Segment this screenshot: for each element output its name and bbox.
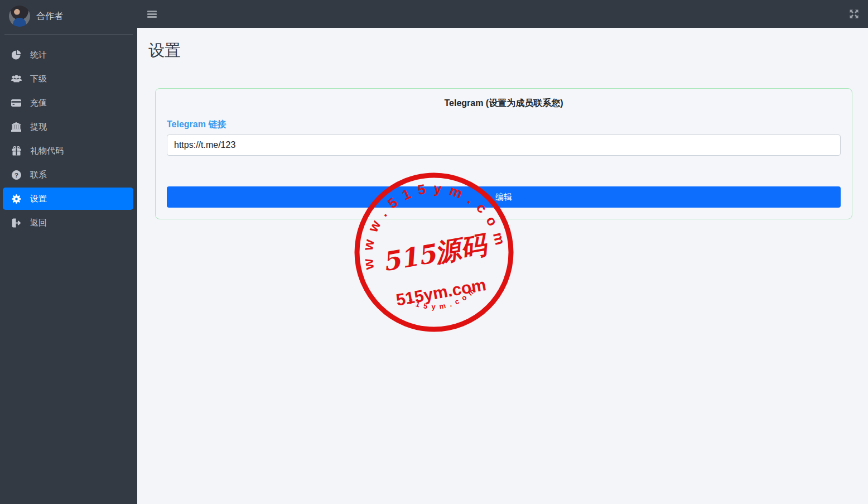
sign-out-icon bbox=[10, 218, 22, 228]
sidebar-item-label: 统计 bbox=[30, 50, 47, 60]
sidebar-item-label: 下级 bbox=[30, 74, 47, 84]
sidebar-item-label: 充值 bbox=[30, 98, 47, 108]
sidebar-item-label: 联系 bbox=[30, 170, 47, 180]
question-circle-icon: ? bbox=[10, 170, 22, 180]
expand-arrows-icon[interactable] bbox=[849, 9, 859, 19]
telegram-link-label: Telegram 链接 bbox=[167, 119, 841, 131]
user-panel[interactable]: 合作者 bbox=[0, 0, 137, 34]
settings-card: Telegram (设置为成员联系您) Telegram 链接 编辑 bbox=[155, 88, 852, 219]
sidebar-item-withdraw[interactable]: 提现 bbox=[3, 116, 133, 138]
sidebar: 合作者 统计 下级 bbox=[0, 0, 137, 504]
card-header: Telegram (设置为成员联系您) bbox=[167, 96, 841, 109]
top-navbar bbox=[137, 0, 868, 28]
user-name: 合作者 bbox=[36, 11, 63, 22]
sidebar-item-label: 返回 bbox=[30, 218, 47, 228]
sidebar-item-settings[interactable]: 设置 bbox=[3, 188, 133, 210]
sidebar-item-contact[interactable]: ? 联系 bbox=[3, 164, 133, 186]
main-content: 设置 Telegram (设置为成员联系您) Telegram 链接 编辑 bbox=[137, 28, 868, 504]
sidebar-item-label: 设置 bbox=[30, 194, 47, 204]
users-icon bbox=[10, 74, 22, 84]
sidebar-item-recharge[interactable]: 充值 bbox=[3, 92, 133, 114]
telegram-link-input[interactable] bbox=[167, 135, 841, 156]
gift-icon bbox=[10, 146, 22, 156]
sidebar-item-stats[interactable]: 统计 bbox=[3, 44, 133, 66]
pie-chart-icon bbox=[10, 50, 22, 60]
bank-icon bbox=[10, 122, 22, 132]
sidebar-item-subordinates[interactable]: 下级 bbox=[3, 68, 133, 90]
hamburger-icon[interactable] bbox=[146, 7, 158, 21]
sidebar-item-label: 提现 bbox=[30, 122, 47, 132]
credit-card-icon bbox=[10, 98, 22, 108]
svg-text:?: ? bbox=[14, 171, 18, 178]
page-title: 设置 bbox=[148, 40, 868, 62]
sidebar-nav: 统计 下级 bbox=[0, 35, 137, 234]
sidebar-item-label: 礼物代码 bbox=[30, 146, 64, 156]
gear-icon bbox=[10, 194, 22, 204]
edit-button[interactable]: 编辑 bbox=[167, 186, 841, 208]
sidebar-item-giftcode[interactable]: 礼物代码 bbox=[3, 140, 133, 162]
sidebar-item-back[interactable]: 返回 bbox=[3, 212, 133, 234]
avatar bbox=[9, 6, 30, 27]
